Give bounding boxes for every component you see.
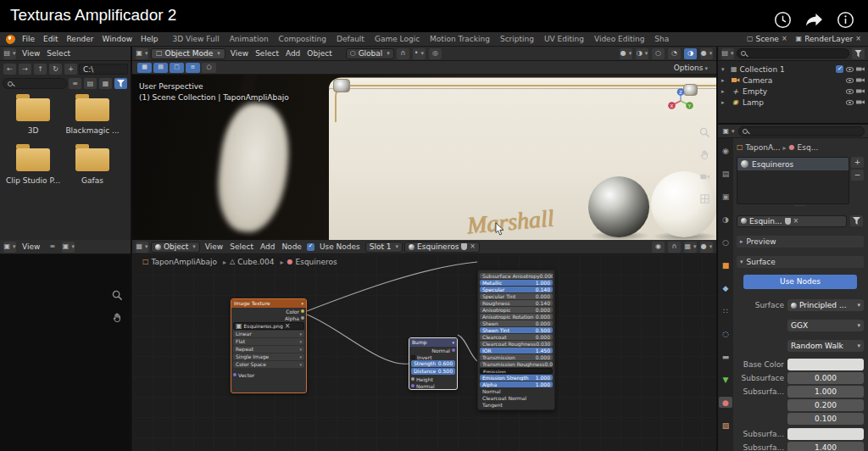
- expand-icon[interactable]: ▸: [721, 99, 728, 106]
- principled-input-row[interactable]: Metallic1.000: [480, 280, 553, 286]
- node-editor-menu-item[interactable]: View: [202, 242, 226, 251]
- breadcrumb-object[interactable]: TaponA...: [746, 143, 781, 152]
- origins-toggle-icon[interactable]: [137, 63, 152, 73]
- material-datablock[interactable]: Esquineros: [404, 242, 480, 253]
- folder-item[interactable]: Clip Studio P...: [3, 148, 63, 185]
- shader-type-select[interactable]: Object: [151, 242, 200, 253]
- back-icon[interactable]: [3, 64, 16, 75]
- outliner-object-row[interactable]: ▸ Empty: [718, 86, 868, 97]
- mode-select[interactable]: Object Mode: [151, 48, 225, 59]
- socket-icon[interactable]: [233, 373, 236, 376]
- image-texture-node-header[interactable]: Image Texture: [231, 299, 306, 308]
- socket-icon[interactable]: [452, 348, 455, 352]
- socket-icon[interactable]: [301, 316, 304, 320]
- workspace-tab[interactable]: Motion Tracking: [425, 35, 495, 43]
- file-browser-menu-item[interactable]: View: [19, 49, 43, 58]
- node-dropdown[interactable]: Flat: [233, 338, 304, 345]
- expand-icon[interactable]: ▸: [721, 77, 728, 84]
- use-nodes-checkbox[interactable]: [307, 243, 314, 251]
- workspace-tab[interactable]: Scripting: [495, 35, 539, 43]
- scene-name[interactable]: Scene: [755, 35, 778, 43]
- socket-icon[interactable]: [411, 377, 415, 381]
- invert-checkbox[interactable]: [411, 355, 415, 359]
- properties-tab[interactable]: [719, 214, 732, 225]
- node-dropdown[interactable]: Linear: [233, 331, 304, 337]
- image-datablock[interactable]: Esquineros.png: [233, 322, 304, 330]
- image-texture-node[interactable]: Image Texture ColorAlpha Esquineros.png …: [231, 298, 307, 393]
- outliner-object-row[interactable]: ▸ Camera: [718, 75, 868, 86]
- breadcrumb-item[interactable]: Esquineros: [287, 258, 337, 266]
- workspace-tab[interactable]: UV Editing: [539, 35, 589, 43]
- new-folder-icon[interactable]: [64, 64, 77, 75]
- workspace-tab[interactable]: Game Logic: [370, 35, 425, 43]
- node-input-socket[interactable]: Vector: [231, 371, 306, 378]
- zoom-icon[interactable]: [110, 288, 124, 302]
- camera-view-icon[interactable]: [699, 171, 710, 184]
- breadcrumb-item[interactable]: Cube.004: [230, 258, 287, 266]
- properties-tab[interactable]: [719, 420, 732, 431]
- expand-icon[interactable]: ▸: [721, 88, 728, 95]
- overlays-icon[interactable]: [700, 242, 713, 253]
- use-nodes-button[interactable]: Use Nodes: [743, 275, 857, 289]
- principled-input-row[interactable]: Alpha1.000: [480, 381, 553, 387]
- filter-icon[interactable]: [114, 78, 127, 89]
- property-value-field[interactable]: 0.200: [787, 399, 864, 411]
- unlink-image-icon[interactable]: [285, 323, 291, 330]
- disable-render-icon[interactable]: [856, 88, 865, 94]
- ortho-grid-icon[interactable]: [699, 193, 710, 206]
- node-slider[interactable]: Distance0.500: [411, 368, 455, 375]
- node-output-socket[interactable]: Alpha: [231, 315, 306, 321]
- display-thumb-icon[interactable]: [99, 78, 112, 89]
- image-datablock-icon[interactable]: [62, 242, 75, 253]
- property-value-field[interactable]: 1.000: [787, 386, 864, 398]
- properties-search-input[interactable]: [738, 126, 865, 136]
- properties-tab[interactable]: [719, 328, 732, 339]
- object-name[interactable]: Camera: [743, 76, 843, 85]
- file-browser-menu-item[interactable]: Select: [43, 49, 74, 58]
- viewport-menu-item[interactable]: Add: [282, 49, 303, 58]
- node-slider[interactable]: Strength0.600: [411, 360, 455, 367]
- disable-render-icon[interactable]: [856, 77, 865, 83]
- filter-icon[interactable]: [852, 48, 865, 59]
- node-editor-menu-item[interactable]: Add: [257, 242, 278, 251]
- preview-panel-header[interactable]: Preview: [737, 236, 864, 248]
- disable-render-icon[interactable]: [856, 66, 865, 72]
- corner-protector-left[interactable]: [333, 79, 350, 92]
- workspace-tab[interactable]: Compositing: [274, 35, 331, 43]
- editor-type-icon[interactable]: [721, 48, 734, 59]
- socket-icon[interactable]: [301, 309, 304, 313]
- distribution-select[interactable]: GGX: [787, 320, 864, 331]
- viewport-canvas[interactable]: Marshall User Perspective (1) Scene Coll…: [132, 75, 716, 240]
- exclude-checkbox[interactable]: [836, 65, 843, 73]
- viewport-menu-item[interactable]: View: [227, 49, 252, 58]
- options-menu[interactable]: Options: [670, 64, 711, 72]
- parent-dir-icon[interactable]: [34, 64, 47, 75]
- material-slot-item[interactable]: Esquineros: [737, 158, 849, 170]
- display-detail-icon[interactable]: [84, 78, 97, 89]
- workspace-tab[interactable]: Video Editing: [589, 35, 649, 43]
- renderlayer-unlink-icon[interactable]: [855, 36, 861, 42]
- properties-tab[interactable]: [719, 168, 732, 179]
- workspace-tab[interactable]: Sha: [649, 35, 674, 43]
- renderlayer-name[interactable]: RenderLayer: [804, 35, 853, 43]
- fake-user-icon[interactable]: [461, 243, 467, 250]
- properties-tab[interactable]: [719, 282, 732, 293]
- principled-input-row[interactable]: Emission Strength1.000: [480, 375, 553, 381]
- principled-input-row[interactable]: Subsurface Anisotropy0.000: [480, 273, 553, 279]
- principled-input-row[interactable]: Transmission0.000: [480, 354, 553, 360]
- hide-viewport-icon[interactable]: [846, 67, 854, 72]
- collection-name[interactable]: Collection 1: [740, 65, 833, 74]
- principled-input-row[interactable]: Emission: [480, 368, 553, 374]
- menubar-menu-item[interactable]: File: [18, 35, 39, 43]
- remove-slot-button[interactable]: −: [851, 170, 864, 181]
- resize-grip[interactable]: ····: [737, 204, 864, 209]
- principled-input-row[interactable]: IOR1.450: [480, 348, 553, 354]
- principled-input-row[interactable]: Normal: [480, 388, 553, 394]
- shading-rendered-icon[interactable]: [700, 48, 713, 59]
- editor-type-icon[interactable]: [136, 242, 148, 253]
- properties-tab[interactable]: [719, 237, 732, 248]
- principled-input-row[interactable]: Clearcoat0.000: [480, 334, 553, 340]
- snap-settings-icon[interactable]: [413, 48, 426, 59]
- principled-input-row[interactable]: Sheen Tint0.500: [480, 327, 553, 333]
- menubar-menu-item[interactable]: Render: [63, 35, 98, 43]
